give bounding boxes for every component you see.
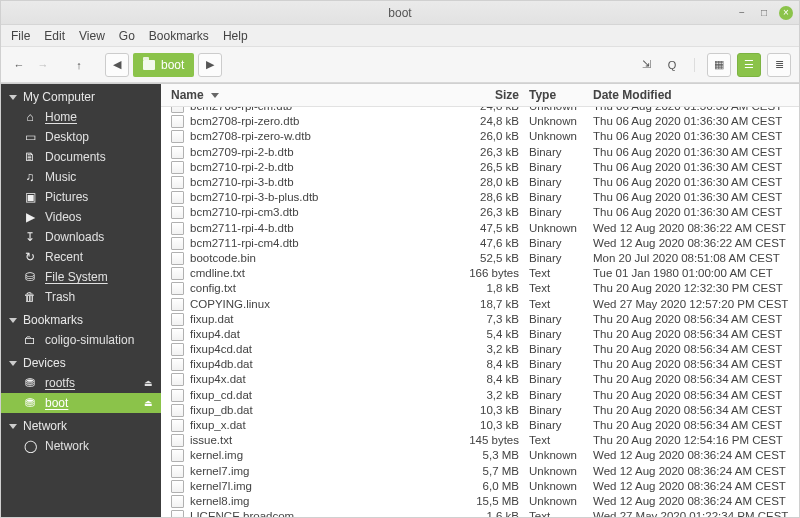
sidebar-item-documents[interactable]: 🗎Documents [1,147,161,167]
file-row[interactable]: kernel7l.img6,0 MBUnknownWed 12 Aug 2020… [161,479,799,494]
file-size: 1,6 kB [465,509,529,517]
path-next-button[interactable]: ▶ [198,53,222,77]
icon-view-button[interactable]: ▦ [707,53,731,77]
path-breadcrumb[interactable]: boot [133,53,194,77]
file-row[interactable]: bcm2709-rpi-2-b.dtb26,3 kBBinaryThu 06 A… [161,145,799,160]
sidebar-item-pictures[interactable]: ▣Pictures [1,187,161,207]
sidebar-header[interactable]: Bookmarks [1,307,161,330]
menu-bookmarks[interactable]: Bookmarks [149,29,209,43]
list-view-button[interactable]: ☰ [737,53,761,77]
file-row[interactable]: bcm2710-rpi-cm3.dtb26,3 kBBinaryThu 06 A… [161,205,799,220]
sidebar-item-label: Downloads [45,230,104,244]
file-row[interactable]: bcm2708-rpi-zero-w.dtb26,0 kBUnknownThu … [161,129,799,144]
sidebar-header[interactable]: Network [1,413,161,436]
sidebar-item-label: rootfs [45,376,75,390]
file-date: Wed 12 Aug 2020 08:36:24 AM CEST [593,448,789,463]
file-type: Text [529,509,593,517]
file-row[interactable]: kernel.img5,3 MBUnknownWed 12 Aug 2020 0… [161,448,799,463]
sidebar-item-label: coligo-simulation [45,333,134,347]
sidebar-item-rootfs[interactable]: ⛃rootfs⏏ [1,373,161,393]
file-row[interactable]: kernel8.img15,5 MBUnknownWed 12 Aug 2020… [161,494,799,509]
back-button[interactable]: ← [9,53,29,77]
column-type[interactable]: Type [529,88,593,102]
sidebar-header-label: My Computer [23,90,95,104]
sidebar-item-coligo-simulation[interactable]: 🗀coligo-simulation [1,330,161,350]
sidebar-item-music[interactable]: ♫Music [1,167,161,187]
file-row[interactable]: fixup4db.dat8,4 kBBinaryThu 20 Aug 2020 … [161,357,799,372]
file-row[interactable]: fixup4cd.dat3,2 kBBinaryThu 20 Aug 2020 … [161,342,799,357]
sidebar-item-trash[interactable]: 🗑Trash [1,287,161,307]
up-button[interactable]: ↑ [69,53,89,77]
path-prev-button[interactable]: ◀ [105,53,129,77]
toggle-location-button[interactable]: ⇲ [636,53,656,77]
file-date: Thu 20 Aug 2020 08:56:34 AM CEST [593,388,789,403]
sidebar-item-home[interactable]: ⌂Home [1,107,161,127]
forward-button[interactable]: → [33,53,53,77]
file-row[interactable]: fixup.dat7,3 kBBinaryThu 20 Aug 2020 08:… [161,312,799,327]
file-size: 3,2 kB [465,388,529,403]
sidebar-item-network[interactable]: ◯Network [1,436,161,456]
file-row[interactable]: COPYING.linux18,7 kBTextWed 27 May 2020 … [161,296,799,311]
file-list[interactable]: bcm2708-rpi-cm.dtb24,8 kBUnknownThu 06 A… [161,107,799,517]
sidebar-item-label: Desktop [45,130,89,144]
file-row[interactable]: bootcode.bin52,5 kBBinaryMon 20 Jul 2020… [161,251,799,266]
file-row[interactable]: fixup_x.dat10,3 kBBinaryThu 20 Aug 2020 … [161,418,799,433]
file-row[interactable]: bcm2710-rpi-3-b.dtb28,0 kBBinaryThu 06 A… [161,175,799,190]
file-name: fixup4.dat [190,327,240,342]
sidebar-item-recent[interactable]: ↻Recent [1,247,161,267]
file-size: 5,7 MB [465,464,529,479]
minimize-button[interactable]: − [735,6,749,20]
menu-view[interactable]: View [79,29,105,43]
file-icon [171,115,184,128]
file-type: Unknown [529,221,593,236]
maximize-button[interactable]: □ [757,6,771,20]
sidebar-header[interactable]: Devices [1,350,161,373]
column-size[interactable]: Size [465,88,529,102]
file-row[interactable]: LICENCE.broadcom1,6 kBTextWed 27 May 202… [161,509,799,517]
file-row[interactable]: fixup4.dat5,4 kBBinaryThu 20 Aug 2020 08… [161,327,799,342]
column-date[interactable]: Date Modified [593,88,789,102]
file-row[interactable]: kernel7.img5,7 MBUnknownWed 12 Aug 2020 … [161,464,799,479]
file-row[interactable]: fixup4x.dat8,4 kBBinaryThu 20 Aug 2020 0… [161,372,799,387]
file-row[interactable]: config.txt1,8 kBTextThu 20 Aug 2020 12:3… [161,281,799,296]
sidebar-header[interactable]: My Computer [1,84,161,107]
file-date: Thu 20 Aug 2020 12:32:30 PM CEST [593,281,789,296]
file-type: Unknown [529,494,593,509]
sidebar-item-boot[interactable]: ⛃boot⏏ [1,393,161,413]
file-row[interactable]: bcm2711-rpi-cm4.dtb47,6 kBBinaryWed 12 A… [161,236,799,251]
search-button[interactable]: Q [662,53,682,77]
column-name[interactable]: Name [171,88,465,102]
menu-edit[interactable]: Edit [44,29,65,43]
menu-help[interactable]: Help [223,29,248,43]
file-row[interactable]: bcm2710-rpi-3-b-plus.dtb28,6 kBBinaryThu… [161,190,799,205]
file-row[interactable]: issue.txt145 bytesTextThu 20 Aug 2020 12… [161,433,799,448]
eject-icon[interactable]: ⏏ [144,378,153,388]
place-icon: ♫ [23,170,37,184]
place-icon: ▣ [23,190,37,204]
sort-indicator-icon [211,93,219,98]
sidebar-item-downloads[interactable]: ↧Downloads [1,227,161,247]
file-type: Binary [529,342,593,357]
file-row[interactable]: fixup_cd.dat3,2 kBBinaryThu 20 Aug 2020 … [161,388,799,403]
file-type: Text [529,433,593,448]
file-row[interactable]: bcm2708-rpi-zero.dtb24,8 kBUnknownThu 06… [161,114,799,129]
chevron-down-icon [9,361,17,366]
sidebar-item-desktop[interactable]: ▭Desktop [1,127,161,147]
close-button[interactable]: × [779,6,793,20]
sidebar-item-videos[interactable]: ▶Videos [1,207,161,227]
sidebar-item-file-system[interactable]: ⛁File System [1,267,161,287]
place-icon: ◯ [23,439,37,453]
menu-file[interactable]: File [11,29,30,43]
file-row[interactable]: bcm2710-rpi-2-b.dtb26,5 kBBinaryThu 06 A… [161,160,799,175]
file-row[interactable]: fixup_db.dat10,3 kBBinaryThu 20 Aug 2020… [161,403,799,418]
file-row[interactable]: cmdline.txt166 bytesTextTue 01 Jan 1980 … [161,266,799,281]
file-row[interactable]: bcm2708-rpi-cm.dtb24,8 kBUnknownThu 06 A… [161,107,799,114]
file-type: Text [529,266,593,281]
menu-go[interactable]: Go [119,29,135,43]
file-name: fixup4cd.dat [190,342,252,357]
compact-view-button[interactable]: ≣ [767,53,791,77]
file-row[interactable]: bcm2711-rpi-4-b.dtb47,5 kBUnknownWed 12 … [161,221,799,236]
file-name: bcm2708-rpi-zero-w.dtb [190,129,311,144]
file-size: 26,3 kB [465,145,529,160]
eject-icon[interactable]: ⏏ [144,398,153,408]
